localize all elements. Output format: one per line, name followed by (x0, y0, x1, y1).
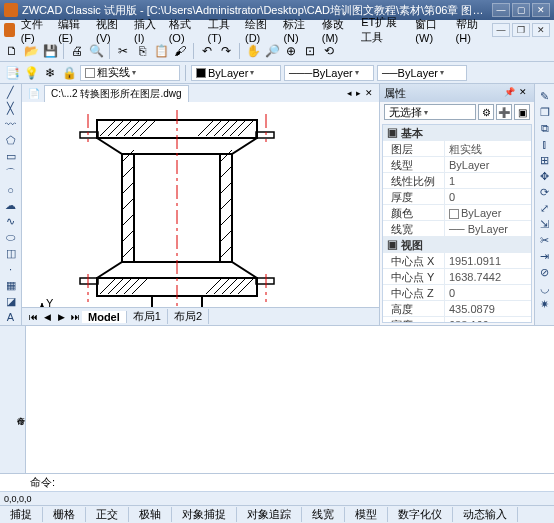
color-combo[interactable]: ByLayer (191, 65, 281, 81)
menu-file[interactable]: 文件(F) (17, 15, 52, 46)
pan-icon[interactable]: ✋ (245, 43, 261, 59)
prop-center-y[interactable]: 1638.7442 (445, 269, 531, 284)
break-icon[interactable]: ⊘ (537, 264, 553, 280)
layer-off-icon[interactable]: 💡 (23, 65, 39, 81)
selection-combo[interactable]: 无选择 (384, 104, 476, 120)
new-icon[interactable]: 🗋 (4, 43, 20, 59)
menu-help[interactable]: 帮助(H) (452, 15, 488, 46)
menu-draw[interactable]: 绘图(D) (241, 15, 277, 46)
prop-linetype[interactable]: ByLayer (445, 157, 531, 172)
explode-icon[interactable]: ✷ (537, 296, 553, 312)
copy-icon[interactable]: ⎘ (134, 43, 150, 59)
matchprop-icon[interactable]: 🖌 (172, 43, 188, 59)
doc-minimize-button[interactable]: — (492, 23, 510, 37)
block-icon[interactable]: ◫ (3, 247, 19, 260)
zoom-prev-icon[interactable]: ⟲ (321, 43, 337, 59)
revcloud-icon[interactable]: ☁ (3, 199, 19, 212)
hatch-icon[interactable]: ▦ (3, 279, 19, 292)
menu-et[interactable]: ET扩展工具 (357, 13, 409, 47)
menu-window[interactable]: 窗口(W) (411, 15, 449, 46)
minimize-button[interactable]: — (492, 3, 510, 17)
stretch-icon[interactable]: ⇲ (537, 216, 553, 232)
status-grid[interactable]: 栅格 (43, 507, 86, 522)
zoom-icon[interactable]: 🔎 (264, 43, 280, 59)
prop-center-x[interactable]: 1951.0911 (445, 253, 531, 268)
trim-icon[interactable]: ✂ (537, 232, 553, 248)
tab-prev-icon[interactable]: ◀ (40, 310, 54, 324)
xline-icon[interactable]: ╳ (3, 102, 19, 115)
spline-icon[interactable]: ∿ (3, 215, 19, 228)
menu-edit[interactable]: 编辑(E) (54, 15, 90, 46)
linetype-combo[interactable]: ─── ByLayer (284, 65, 374, 81)
tab-layout2[interactable]: 布局2 (168, 309, 209, 324)
cut-icon[interactable]: ✂ (115, 43, 131, 59)
document-tab[interactable]: C:\...2 转换图形所在图层.dwg (44, 85, 189, 102)
tab-first-icon[interactable]: ⏮ (26, 310, 40, 324)
tab-model[interactable]: Model (82, 311, 127, 323)
doc-restore-button[interactable]: ❐ (512, 23, 530, 37)
offset-icon[interactable]: ⫿ (537, 136, 553, 152)
layer-freeze-icon[interactable]: ❄ (42, 65, 58, 81)
region-icon[interactable]: ◪ (3, 295, 19, 308)
prop-ltscale[interactable]: 1 (445, 173, 531, 188)
command-input[interactable] (61, 477, 554, 489)
drawing-canvas[interactable]: X Y (22, 102, 379, 307)
pline-icon[interactable]: 〰 (3, 118, 19, 131)
fillet-icon[interactable]: ◡ (537, 280, 553, 296)
status-tablet[interactable]: 数字化仪 (388, 507, 453, 522)
prop-lineweight[interactable]: ── ByLayer (445, 221, 531, 236)
scale-icon[interactable]: ⤢ (537, 200, 553, 216)
menu-insert[interactable]: 插入(I) (130, 15, 163, 46)
app-menu-icon[interactable] (4, 23, 15, 37)
folder-icon[interactable]: 📂 (23, 43, 39, 59)
prop-width[interactable]: 688.169 (445, 317, 531, 323)
erase-icon[interactable]: ✎ (537, 88, 553, 104)
maximize-button[interactable]: ▢ (512, 3, 530, 17)
selectobj-icon[interactable]: ▣ (514, 104, 530, 120)
status-polar[interactable]: 极轴 (129, 507, 172, 522)
layer-combo[interactable]: 粗实线 (80, 65, 180, 81)
tab-layout1[interactable]: 布局1 (127, 309, 168, 324)
menu-view[interactable]: 视图(V) (92, 15, 128, 46)
close-button[interactable]: ✕ (532, 3, 550, 17)
status-ortho[interactable]: 正交 (86, 507, 129, 522)
move-icon[interactable]: ✥ (537, 168, 553, 184)
menu-dim[interactable]: 标注(N) (279, 15, 315, 46)
status-snap[interactable]: 捕捉 (0, 507, 43, 522)
save-icon[interactable]: 💾 (42, 43, 58, 59)
tab-nav-left-icon[interactable]: ◂ (347, 88, 352, 98)
tab-last-icon[interactable]: ⏭ (68, 310, 82, 324)
status-model[interactable]: 模型 (345, 507, 388, 522)
status-lwt[interactable]: 线宽 (302, 507, 345, 522)
arc-icon[interactable]: ⌒ (3, 166, 19, 181)
panel-pin-icon[interactable]: 📌 (502, 87, 516, 99)
line-icon[interactable]: ╱ (3, 86, 19, 99)
layer-manager-icon[interactable]: 📑 (4, 65, 20, 81)
pickadd-icon[interactable]: ➕ (496, 104, 512, 120)
prop-height[interactable]: 435.0879 (445, 301, 531, 316)
status-osnap[interactable]: 对象捕捉 (172, 507, 237, 522)
prop-center-z[interactable]: 0 (445, 285, 531, 300)
mirror-icon[interactable]: ⧉ (537, 120, 553, 136)
prop-thickness[interactable]: 0 (445, 189, 531, 204)
tab-next-icon[interactable]: ▶ (54, 310, 68, 324)
prop-color[interactable]: ByLayer (445, 205, 531, 220)
panel-close-icon[interactable]: ✕ (516, 87, 530, 99)
text-icon[interactable]: A (3, 311, 19, 324)
print-icon[interactable]: 🖨 (69, 43, 85, 59)
redo-icon[interactable]: ↷ (218, 43, 234, 59)
rect-icon[interactable]: ▭ (3, 150, 19, 163)
menu-modify[interactable]: 修改(M) (318, 15, 355, 46)
quickselect-icon[interactable]: ⚙ (478, 104, 494, 120)
undo-icon[interactable]: ↶ (199, 43, 215, 59)
polygon-icon[interactable]: ⬠ (3, 134, 19, 147)
tab-close-icon[interactable]: ✕ (365, 88, 373, 98)
zoom-window-icon[interactable]: ⊡ (302, 43, 318, 59)
copy2-icon[interactable]: ❐ (537, 104, 553, 120)
point-icon[interactable]: · (3, 263, 19, 276)
status-dyn[interactable]: 动态输入 (453, 507, 518, 522)
menu-format[interactable]: 格式(O) (165, 15, 202, 46)
preview-icon[interactable]: 🔍 (88, 43, 104, 59)
extend-icon[interactable]: ⇥ (537, 248, 553, 264)
doc-close-button[interactable]: ✕ (532, 23, 550, 37)
